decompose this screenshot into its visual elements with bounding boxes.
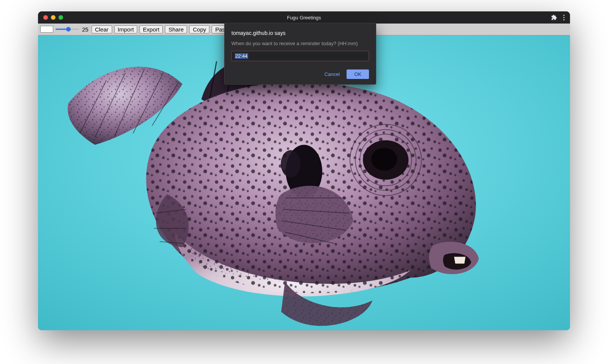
traffic-lights <box>38 15 63 20</box>
dialog-message: When do you want to receive a reminder t… <box>231 41 369 46</box>
share-button[interactable]: Share <box>165 25 187 33</box>
window-title: Fugu Greetings <box>38 15 570 20</box>
kebab-menu-icon[interactable] <box>563 14 565 20</box>
dialog-input[interactable]: 22:44 <box>231 51 369 61</box>
prompt-dialog: tomayac.github.io says When do you want … <box>224 23 376 85</box>
app-window: Fugu Greetings 25 Clear Import Export <box>38 11 570 330</box>
svg-point-1 <box>563 17 564 18</box>
svg-point-23 <box>371 148 397 171</box>
svg-point-2 <box>563 19 564 20</box>
dialog-input-value: 22:44 <box>235 53 248 59</box>
dialog-ok-button[interactable]: OK <box>347 69 369 79</box>
svg-point-28 <box>281 150 301 178</box>
titlebar: Fugu Greetings <box>38 11 570 24</box>
export-button[interactable]: Export <box>139 25 163 33</box>
extensions-icon[interactable] <box>551 14 557 20</box>
brush-size-slider[interactable] <box>55 26 79 33</box>
dialog-cancel-button[interactable]: Cancel <box>325 71 340 77</box>
import-button[interactable]: Import <box>114 25 138 33</box>
clear-button[interactable]: Clear <box>92 25 112 33</box>
color-swatch[interactable] <box>40 26 53 33</box>
dialog-actions: Cancel OK <box>231 69 369 79</box>
svg-point-0 <box>563 14 564 16</box>
dialog-title: tomayac.github.io says <box>231 30 369 36</box>
dialog-origin: tomayac.github.io <box>231 30 273 36</box>
copy-button[interactable]: Copy <box>189 25 209 33</box>
dialog-says-suffix: says <box>273 30 286 36</box>
brush-size-value: 25 <box>82 26 89 33</box>
window-close-button[interactable] <box>43 15 48 20</box>
window-zoom-button[interactable] <box>59 15 63 20</box>
window-minimize-button[interactable] <box>51 15 55 20</box>
